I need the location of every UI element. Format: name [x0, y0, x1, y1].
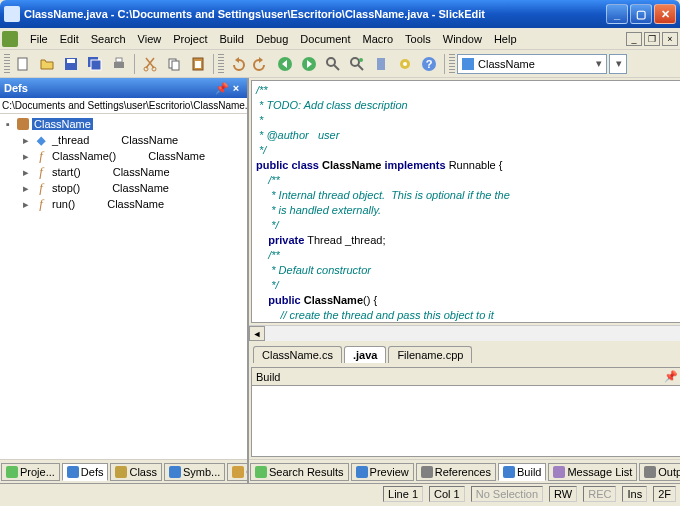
- bookmark-button[interactable]: [370, 53, 392, 75]
- member-type: ClassName: [121, 134, 178, 146]
- toolbar-grip[interactable]: [4, 54, 10, 74]
- mdi-close-button[interactable]: ×: [662, 32, 678, 46]
- minimize-button[interactable]: _: [606, 4, 628, 24]
- expand-icon[interactable]: ▸: [20, 150, 32, 163]
- find-next-button[interactable]: [346, 53, 368, 75]
- menu-search[interactable]: Search: [85, 31, 132, 47]
- bottom-tab-message-list[interactable]: Message List: [548, 463, 637, 481]
- tree-member[interactable]: ▸fstart()ClassName: [2, 164, 245, 180]
- mdi-restore-button[interactable]: ❐: [644, 32, 660, 46]
- back-button[interactable]: [274, 53, 296, 75]
- expand-icon[interactable]: ▸: [20, 182, 32, 195]
- tab-icon: [169, 466, 181, 478]
- scroll-left-button[interactable]: ◄: [249, 326, 265, 341]
- redo-button[interactable]: [250, 53, 272, 75]
- left-tab-defs[interactable]: Defs: [62, 463, 109, 481]
- tab-label: Class: [129, 466, 157, 478]
- status-bar: Line 1 Col 1 No Selection RW REC Ins 2F: [0, 483, 680, 503]
- collapse-icon[interactable]: ▪: [2, 118, 14, 130]
- mdi-minimize-button[interactable]: _: [626, 32, 642, 46]
- status-rw[interactable]: RW: [549, 486, 577, 502]
- file-tab[interactable]: Filename.cpp: [388, 346, 472, 363]
- svg-point-22: [403, 62, 407, 66]
- svg-rect-5: [114, 62, 124, 68]
- tree-member[interactable]: ▸fClassName()ClassName: [2, 148, 245, 164]
- toolbar-grip-2[interactable]: [218, 54, 224, 74]
- left-tab-proje[interactable]: Proje...: [1, 463, 60, 481]
- new-file-button[interactable]: [12, 53, 34, 75]
- secondary-combo[interactable]: ▾: [609, 54, 627, 74]
- method-icon: f: [39, 180, 43, 196]
- editor-area: /** * TODO: Add class description * * @a…: [249, 78, 680, 483]
- class-combo[interactable]: ClassName ▾: [457, 54, 607, 74]
- file-tab[interactable]: ClassName.cs: [253, 346, 342, 363]
- menu-window[interactable]: Window: [437, 31, 488, 47]
- build-pin-button[interactable]: 📌: [664, 370, 678, 383]
- cube-icon: [462, 58, 474, 70]
- tree-member[interactable]: ▸◆_threadClassName: [2, 132, 245, 148]
- menu-view[interactable]: View: [132, 31, 168, 47]
- paste-button[interactable]: [187, 53, 209, 75]
- menu-document[interactable]: Document: [294, 31, 356, 47]
- tree-member[interactable]: ▸fstop()ClassName: [2, 180, 245, 196]
- menu-project[interactable]: Project: [167, 31, 213, 47]
- combo-value: ClassName: [478, 58, 535, 70]
- expand-icon[interactable]: ▸: [20, 198, 32, 211]
- save-button[interactable]: [60, 53, 82, 75]
- tree-root-label: ClassName: [32, 118, 93, 130]
- member-type: ClassName: [113, 166, 170, 178]
- copy-button[interactable]: [163, 53, 185, 75]
- bottom-tab-output[interactable]: Output: [639, 463, 680, 481]
- close-button[interactable]: ✕: [654, 4, 676, 24]
- config-button[interactable]: [394, 53, 416, 75]
- bottom-tab-search-results[interactable]: Search Results: [250, 463, 349, 481]
- menu-edit[interactable]: Edit: [54, 31, 85, 47]
- menu-debug[interactable]: Debug: [250, 31, 294, 47]
- expand-icon[interactable]: ▸: [20, 134, 32, 147]
- editor-scroll[interactable]: /** * TODO: Add class description * * @a…: [251, 80, 680, 323]
- menu-help[interactable]: Help: [488, 31, 523, 47]
- tab-label: References: [435, 466, 491, 478]
- open-file-button[interactable]: [36, 53, 58, 75]
- tab-label: Build: [517, 466, 541, 478]
- svg-point-15: [327, 58, 335, 66]
- status-selection: No Selection: [471, 486, 543, 502]
- app-menu-icon[interactable]: [2, 31, 18, 47]
- tab-icon: [115, 466, 127, 478]
- code-editor[interactable]: /** * TODO: Add class description * * @a…: [252, 81, 680, 323]
- left-tab-class[interactable]: Class: [110, 463, 162, 481]
- status-ins[interactable]: Ins: [622, 486, 647, 502]
- defs-tree[interactable]: ▪ ClassName ▸◆_threadClassName▸fClassNam…: [0, 114, 247, 459]
- undo-button[interactable]: [226, 53, 248, 75]
- panel-close-button[interactable]: ×: [229, 82, 243, 94]
- menu-macro[interactable]: Macro: [357, 31, 400, 47]
- tab-icon: [644, 466, 656, 478]
- bottom-tab-build[interactable]: Build: [498, 463, 546, 481]
- menu-build[interactable]: Build: [213, 31, 249, 47]
- save-all-button[interactable]: [84, 53, 106, 75]
- left-tab-open[interactable]: Open: [227, 463, 247, 481]
- horizontal-scrollbar[interactable]: ◄ ►: [249, 325, 680, 341]
- status-rec[interactable]: REC: [583, 486, 616, 502]
- defs-panel: Defs 📌 × C:\Documents and Settings\user\…: [0, 78, 249, 483]
- cut-button[interactable]: [139, 53, 161, 75]
- tree-root[interactable]: ▪ ClassName: [2, 116, 245, 132]
- left-tab-symb[interactable]: Symb...: [164, 463, 225, 481]
- help-button[interactable]: ?: [418, 53, 440, 75]
- forward-button[interactable]: [298, 53, 320, 75]
- menu-file[interactable]: File: [24, 31, 54, 47]
- build-output[interactable]: [252, 386, 680, 456]
- find-button[interactable]: [322, 53, 344, 75]
- expand-icon[interactable]: ▸: [20, 166, 32, 179]
- toolbar-grip-3[interactable]: [449, 54, 455, 74]
- bottom-tab-references[interactable]: References: [416, 463, 496, 481]
- menu-tools[interactable]: Tools: [399, 31, 437, 47]
- file-tab[interactable]: .java: [344, 346, 386, 363]
- print-button[interactable]: [108, 53, 130, 75]
- member-type: ClassName: [107, 198, 164, 210]
- svg-rect-4: [91, 60, 101, 70]
- tree-member[interactable]: ▸frun()ClassName: [2, 196, 245, 212]
- pin-button[interactable]: 📌: [215, 82, 229, 95]
- maximize-button[interactable]: ▢: [630, 4, 652, 24]
- bottom-tab-preview[interactable]: Preview: [351, 463, 414, 481]
